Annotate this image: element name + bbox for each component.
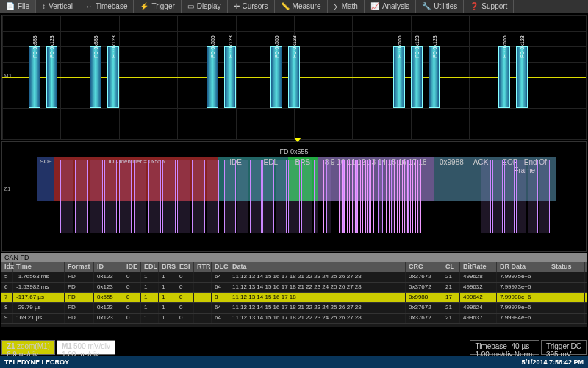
decode-pulse[interactable]: FD 0x555 bbox=[498, 46, 510, 108]
cursors-menu[interactable]: ✛Cursors bbox=[228, 0, 275, 13]
pulse-label: FD 0x123 bbox=[227, 35, 232, 57]
timebase-menu[interactable]: ↔Timebase bbox=[79, 0, 135, 13]
pulse-label: FD 0x555 bbox=[93, 35, 98, 57]
brand-label: TELEDYNE LECROY bbox=[4, 358, 69, 366]
table-title: CAN FD bbox=[1, 253, 587, 262]
pulse-label: FD 0x123 bbox=[414, 35, 419, 57]
support-icon: ❓ bbox=[470, 2, 478, 10]
math-icon: ∑ bbox=[334, 2, 339, 10]
decode-pulse[interactable]: FD 0x555 bbox=[90, 46, 101, 108]
display-icon: ▭ bbox=[187, 2, 194, 10]
marker-z1: Z1 bbox=[4, 185, 10, 192]
decode-pulse[interactable]: FD 0x555 bbox=[270, 46, 282, 108]
utilities-icon: 🔧 bbox=[422, 2, 431, 10]
status-trigger[interactable]: Trigger DC 395 mVCAN FD bbox=[541, 340, 587, 355]
decode-pulse[interactable]: FD 0x123 bbox=[46, 46, 58, 108]
decode-pulse[interactable]: FD 0x555 bbox=[29, 46, 40, 108]
table-row[interactable]: 5-1.76563 msFD0x12301106411 12 13 14 15 … bbox=[1, 272, 587, 283]
table-row[interactable]: 6-1.53982 msFD0x12301106411 12 13 14 15 … bbox=[1, 283, 587, 293]
pulse-label: FD 0x555 bbox=[501, 35, 506, 57]
trigger-icon: ⚡ bbox=[140, 2, 148, 10]
decode-pulse[interactable]: FD 0x555 bbox=[207, 46, 218, 108]
analysis-icon: 📈 bbox=[370, 2, 379, 10]
timebase-icon: ↔ bbox=[85, 2, 93, 10]
decode-pulse[interactable]: FD 0x123 bbox=[516, 46, 528, 108]
footer-bar: TELEDYNE LECROY 5/1/2014 7:56:42 PM bbox=[0, 356, 588, 368]
support-menu[interactable]: ❓Support bbox=[464, 0, 514, 13]
decode-pulse[interactable]: FD 0x123 bbox=[429, 46, 440, 108]
status-m1[interactable]: M1 500 mV/div1.00 ms/div bbox=[57, 340, 115, 355]
segment-crc: 0x9988 bbox=[434, 157, 470, 201]
pulse-label: FD 0x123 bbox=[49, 35, 54, 57]
decode-pulse[interactable]: FD 0x123 bbox=[107, 46, 119, 108]
utilities-menu[interactable]: 🔧Utilities bbox=[416, 0, 464, 13]
display-menu[interactable]: ▭Display bbox=[182, 0, 228, 13]
decode-pulse[interactable]: FD 0x123 bbox=[411, 46, 423, 108]
decode-pulse[interactable]: FD 0x555 bbox=[393, 46, 405, 108]
cursors-icon: ✛ bbox=[234, 2, 240, 10]
pulse-label: FD 0x123 bbox=[431, 35, 437, 57]
datetime-label: 5/1/2014 7:56:42 PM bbox=[521, 358, 584, 366]
pulse-label: FD 0x123 bbox=[291, 35, 296, 57]
decode-pulse[interactable]: FD 0x123 bbox=[288, 46, 300, 108]
trigger-menu[interactable]: ⚡Trigger bbox=[134, 0, 181, 13]
trigger-indicator-icon bbox=[294, 138, 301, 142]
waveform-overview[interactable]: M1 FD 0x555FD 0x123FD 0x555FD 0x123FD 0x… bbox=[1, 15, 587, 140]
measure-icon: 📏 bbox=[281, 2, 290, 10]
decode-pulse[interactable]: FD 0x123 bbox=[224, 46, 236, 108]
math-menu[interactable]: ∑Math bbox=[328, 0, 365, 13]
pulse-label: FD 0x123 bbox=[519, 35, 524, 57]
status-bar: Z1 zoom(M1)6.9 µs/div M1 500 mV/div1.00 … bbox=[0, 339, 588, 356]
pulse-label: FD 0x555 bbox=[209, 35, 215, 57]
file-menu[interactable]: 📄File bbox=[0, 0, 36, 13]
table-row[interactable]: 8-29.79 µsFD0x12301106411 12 13 14 15 16… bbox=[1, 303, 587, 314]
main-toolbar: 📄File ↕Vertical ↔Timebase ⚡Trigger ▭Disp… bbox=[0, 0, 588, 13]
analysis-menu[interactable]: 📈Analysis bbox=[365, 0, 416, 13]
pulse-label: FD 0x555 bbox=[274, 35, 279, 57]
table-header: Idx Time Format ID IDE EDL BRS ESI RTR D… bbox=[1, 262, 587, 272]
vertical-menu[interactable]: ↕Vertical bbox=[36, 0, 79, 13]
pulse-label: FD 0x555 bbox=[396, 35, 401, 57]
vertical-icon: ↕ bbox=[42, 2, 46, 10]
segment-sof: SOF bbox=[37, 157, 55, 201]
status-z1[interactable]: Z1 zoom(M1)6.9 µs/div bbox=[1, 340, 55, 355]
pulse-label: FD 0x555 bbox=[32, 35, 37, 57]
status-timebase[interactable]: Timebase -40 µs 1.00 ms/div Norm. 2.5 MS… bbox=[470, 340, 539, 355]
pulse-label: FD 0x123 bbox=[110, 35, 115, 57]
table-row[interactable]: 7-117.67 µsFD0x5550110811 12 13 14 15 16… bbox=[1, 293, 587, 303]
decode-zoom[interactable]: FD 0x555 Z1 SOF ID - Identifier = 0x555 … bbox=[1, 141, 587, 252]
decode-table: CAN FD Idx Time Format ID IDE EDL BRS ES… bbox=[1, 253, 587, 327]
decode-title: FD 0x555 bbox=[279, 148, 308, 155]
table-row[interactable]: 9169.21 µsFD0x12301106411 12 13 14 15 16… bbox=[1, 314, 587, 324]
measure-menu[interactable]: 📏Measure bbox=[275, 0, 328, 13]
file-icon: 📄 bbox=[6, 2, 15, 10]
